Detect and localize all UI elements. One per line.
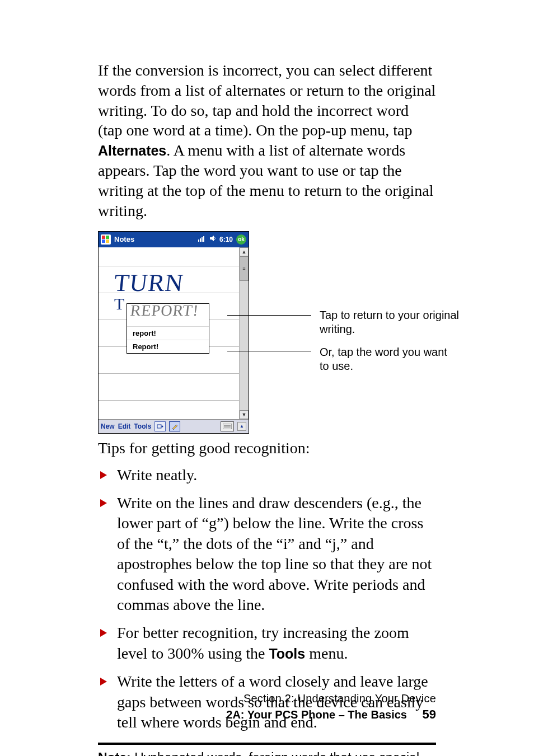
intro-part1: If the conversion is incorrect, you can … (98, 62, 435, 139)
menu-edit[interactable]: Edit (118, 422, 131, 430)
svg-rect-7 (203, 236, 204, 242)
tip-item-1: Write neatly. (98, 465, 436, 485)
tip-item-3: For better recognition, try increasing t… (98, 623, 436, 664)
callout-text-2: Or, tap the word you want to use. (320, 345, 460, 373)
menu-tools[interactable]: Tools (134, 422, 151, 430)
scroll-track[interactable] (240, 281, 249, 410)
svg-rect-6 (202, 237, 203, 242)
note-text: Hyphenated words, foreign words that use… (98, 750, 430, 756)
scroll-down-button[interactable]: ▼ (240, 410, 249, 419)
alternates-popup: REPORT! report! Report! (127, 303, 209, 354)
svg-rect-3 (106, 240, 109, 243)
ok-button[interactable]: ok (236, 234, 246, 245)
page-footer: Section 2: Understanding Your Device 2A:… (98, 691, 436, 724)
tips-intro: Tips for getting good recognition: (98, 439, 436, 457)
svg-rect-4 (198, 240, 199, 242)
scroll-up-button[interactable]: ▲ (240, 247, 249, 256)
svg-rect-0 (102, 236, 105, 239)
note-block: Note: Hyphenated words, foreign words th… (98, 748, 436, 756)
callout-text-1: Tap to return to your original writing. (320, 308, 460, 336)
alternate-option-1[interactable]: report! (127, 326, 209, 340)
svg-rect-5 (200, 238, 201, 242)
footer-chapter: 2A: Your PCS Phone – The Basics (226, 708, 407, 721)
scroll-thumb[interactable]: ≡ (240, 256, 249, 281)
titlebar: Notes (99, 232, 249, 247)
callout-line-2 (227, 351, 311, 351)
speaker-icon (209, 235, 216, 243)
footer-page-number: 59 (423, 707, 436, 721)
note-label: Note: (98, 750, 131, 756)
alternates-original-handwriting[interactable]: REPORT! (127, 304, 209, 326)
notes-app-screenshot: Notes (98, 231, 249, 434)
app-title: Notes (114, 235, 134, 243)
vertical-scrollbar[interactable]: ▲ ≡ ▼ (240, 247, 249, 419)
windows-flag-icon (101, 234, 111, 245)
tip-text-post: menu. (305, 645, 348, 662)
tip-text: Write on the lines and draw descenders (… (117, 494, 432, 613)
svg-rect-2 (102, 240, 105, 243)
intro-paragraph: If the conversion is incorrect, you can … (98, 60, 436, 221)
svg-rect-9 (157, 425, 161, 428)
svg-marker-8 (210, 236, 214, 241)
callout-line-1 (227, 315, 311, 316)
footer-section-line: Section 2: Understanding Your Device (98, 691, 436, 706)
tip-item-2: Write on the lines and draw descenders (… (98, 493, 436, 615)
figure-row: Notes (98, 231, 436, 434)
tip-bold-tools: Tools (269, 646, 305, 661)
intro-bold-alternates: Alternates (98, 143, 166, 158)
keyboard-icon[interactable] (221, 421, 234, 431)
svg-rect-11 (223, 424, 232, 429)
sip-up-button[interactable]: ▲ (237, 422, 246, 431)
svg-rect-1 (106, 236, 109, 239)
handwriting-fragment: T (114, 294, 124, 313)
handwriting-line-1: TURN (113, 269, 185, 297)
popup-handwriting: REPORT! (129, 304, 199, 320)
menu-new[interactable]: New (101, 422, 115, 430)
note-top-rule (98, 743, 436, 745)
pen-icon[interactable] (169, 421, 180, 431)
clock-text: 6:10 (219, 236, 233, 243)
tip-text: Write neatly. (117, 466, 197, 483)
note-canvas[interactable]: TURN T REPORT! report! Report! (99, 247, 240, 419)
figure-callouts: Tap to return to your original writing. … (249, 231, 436, 434)
alternate-option-2[interactable]: Report! (127, 340, 209, 353)
bottom-menubar: New Edit Tools ▲ (99, 419, 249, 433)
signal-icon (198, 235, 206, 243)
recorder-icon[interactable] (154, 421, 166, 431)
svg-point-10 (162, 425, 163, 427)
note-body: TURN T REPORT! report! Report! ▲ ≡ ▼ (99, 247, 249, 419)
tip-text-pre: For better recognition, try increasing t… (117, 624, 409, 661)
